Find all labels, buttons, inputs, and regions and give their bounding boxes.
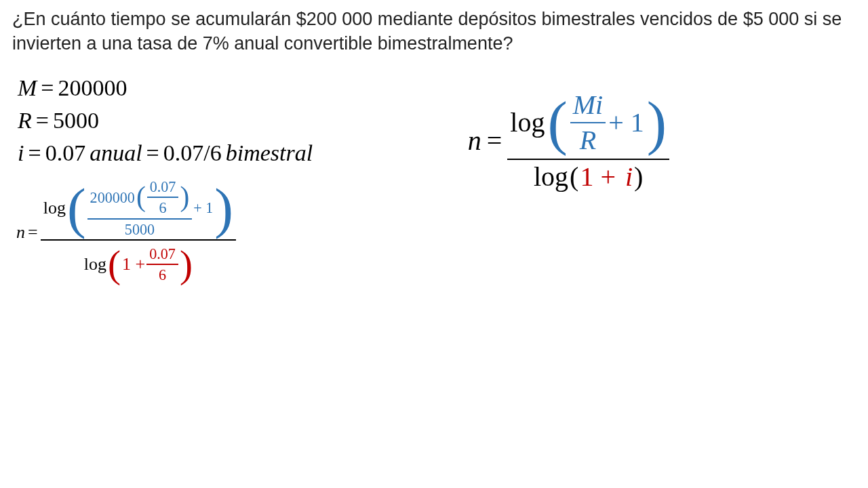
rate-den-top: 6 [157, 199, 170, 216]
plus-one-top: + 1 [193, 199, 213, 216]
given-R: R = 5000 [18, 108, 462, 134]
n-symbol: n [468, 125, 481, 157]
given-M: M = 200000 [18, 75, 462, 101]
unit-annual: anual [90, 140, 142, 166]
plus-one-symbol: + 1 [608, 107, 644, 138]
i-annual: 0.07 [45, 140, 86, 166]
content-area: M = 200000 R = 5000 i = 0.07 anual = 0.0… [12, 68, 856, 287]
n-var: n [16, 222, 25, 243]
substituted-formula: n = log ( 200000 ( 0.07 [16, 178, 468, 287]
log-label-bottom: log [84, 254, 106, 274]
problem-statement: ¿En cuánto tiempo se acumularán $200 000… [12, 7, 856, 56]
i-bimestral-expr: 0.07/6 [163, 140, 222, 166]
symbolic-formula: n = log ( Mi R + 1 ) [468, 89, 669, 192]
M-value: 200000 [58, 75, 127, 101]
log-bottom: log [534, 161, 568, 192]
R-symbol: R [577, 125, 599, 156]
M-label: M [18, 75, 37, 101]
Mi-symbol: Mi [570, 89, 606, 121]
i-symbol: i [625, 161, 633, 192]
M-subst: 200000 [90, 189, 135, 206]
log-top: log [510, 107, 545, 138]
one-plus-symbol: 1 + [580, 161, 616, 192]
i-label: i [18, 140, 24, 166]
rate-den-bot: 6 [156, 266, 169, 283]
one-plus: 1 + [122, 254, 145, 274]
rate-num-top: 0.07 [147, 178, 179, 195]
log-label: log [43, 198, 66, 218]
given-i: i = 0.07 anual = 0.07/6 bimestral [18, 140, 462, 166]
unit-bimestral: bimestral [226, 140, 313, 166]
rate-num-bot: 0.07 [146, 245, 178, 262]
R-value: 5000 [53, 108, 99, 134]
R-label: R [18, 108, 32, 134]
R-subst: 5000 [122, 221, 157, 238]
